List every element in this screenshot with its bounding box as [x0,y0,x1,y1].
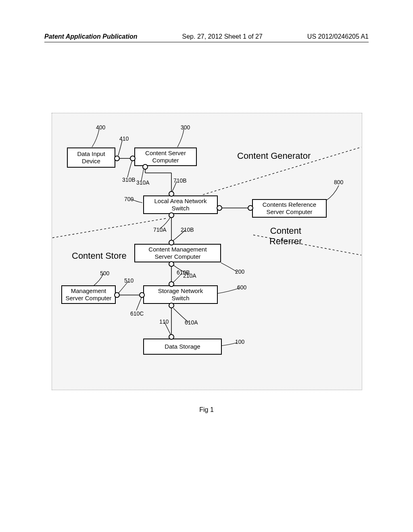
port-710B [169,191,174,197]
header-right: US 2012/0246205 A1 [307,33,369,40]
box-label: Local Area Network Switch [154,197,206,212]
ref-410: 410 [119,135,129,142]
box-label: Management Server Computer [65,287,111,302]
box-storage-network-switch: Storage Network Switch [143,285,218,304]
box-label: Data Input Device [77,150,105,165]
ref-800: 800 [334,179,343,185]
box-data-storage: Data Storage [143,339,222,355]
box-contents-reference-server: Contents Reference Server Computer [252,199,327,218]
header-left: Patent Application Publication [44,33,138,40]
section-content-referrer: Content Referrer [269,226,302,247]
port-lan-right [217,205,222,211]
header-center: Sep. 27, 2012 Sheet 1 of 27 [182,33,263,40]
port-610A-top [169,303,174,308]
box-management-server: Management Server Computer [61,285,116,304]
header-divider [44,42,369,42]
ref-210B: 210B [181,227,194,233]
figure-caption: Fig 1 [0,406,413,414]
ref-610B: 610B [177,269,190,276]
diagram-stage: Data Input Device Content Server Compute… [52,113,362,390]
ref-300: 300 [181,124,190,131]
ref-310B: 310B [122,177,136,183]
ref-110: 110 [159,318,169,325]
section-content-generator: Content Generator [237,151,311,161]
figure-caption-text: Fig 1 [199,406,214,413]
ref-310A: 310A [136,179,150,186]
box-label: Data Storage [165,343,200,350]
box-data-input-device: Data Input Device [67,148,115,168]
ref-700: 700 [124,196,133,202]
port-110 [169,334,174,340]
ref-100: 100 [235,339,244,345]
ref-510: 510 [124,277,133,284]
ref-610A: 610A [185,319,198,326]
ref-610C: 610C [130,310,144,317]
patent-header: Patent Application Publication Sep. 27, … [44,33,369,40]
ref-200: 200 [235,268,244,275]
section-content-store: Content Store [72,251,127,261]
port-210B [169,240,174,245]
box-content-server-computer: Content Server Computer [134,148,197,166]
port-210A [169,261,174,267]
port-610C [139,292,145,298]
ref-710A: 710A [153,227,167,233]
port-310A [142,164,148,170]
port-cr-left [248,205,253,211]
ref-500: 500 [100,270,109,276]
port-510 [114,292,120,298]
box-label: Contents Reference Server Computer [263,201,316,216]
port-310B [130,156,136,161]
box-content-management-server: Content Management Server Computer [134,244,221,262]
port-710A [169,212,174,218]
box-lan-switch: Local Area Network Switch [143,195,218,214]
ref-600: 600 [237,284,246,291]
ref-710B: 710B [173,177,187,184]
box-label: Content Server Computer [145,150,186,164]
port-410 [114,156,120,161]
port-610B [169,281,174,287]
ref-400: 400 [96,124,105,131]
box-label: Content Management Server Computer [148,246,206,260]
box-label: Storage Network Switch [158,287,203,302]
